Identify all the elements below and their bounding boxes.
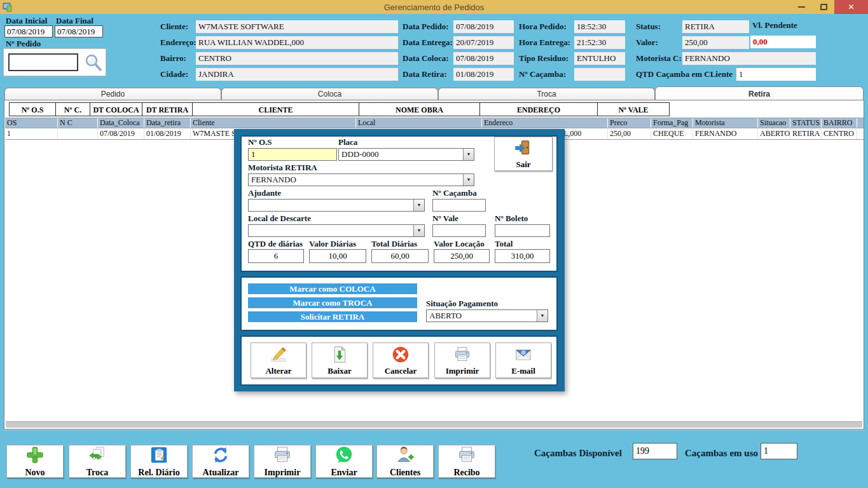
valor-locacao-input[interactable] (434, 249, 490, 263)
bairro-field[interactable] (196, 52, 398, 65)
marcar-troca-button[interactable]: Marcar como TROCA (248, 297, 417, 308)
troca-label: Troca (86, 468, 108, 477)
recibo-button[interactable]: Recibo (438, 445, 495, 478)
sair-button[interactable]: Sair (494, 137, 553, 171)
dialog-actions-section: Alterar Baixar Cancelar Imprimir @ E-mai… (240, 336, 558, 386)
exit-door-icon (514, 139, 532, 159)
clientes-button[interactable]: Clientes (376, 445, 434, 478)
cacambas-em-uso-field[interactable] (761, 443, 797, 459)
num-vale-input[interactable] (432, 224, 486, 237)
qtd-cacamba-cliente-field[interactable] (736, 68, 816, 81)
enviar-button[interactable]: Enviar (315, 445, 373, 478)
chevron-down-icon[interactable]: ▼ (463, 149, 474, 160)
imprimir-toolbar-button[interactable]: Imprimir (254, 445, 311, 478)
status-field[interactable] (682, 20, 749, 33)
horizontal-scrollbar[interactable] (6, 421, 862, 428)
cacambas-disponivel-label: Caçambas Disponível (534, 448, 622, 459)
tab-pedido[interactable]: Pedido (4, 88, 221, 100)
search-icon[interactable] (84, 53, 103, 72)
situacao-pagamento-label: Situação Pagamento (426, 299, 498, 309)
grid-column-header: BAIRRO (822, 118, 857, 128)
data-coloca-field[interactable] (453, 52, 514, 65)
valor-field[interactable] (682, 36, 749, 49)
table-cell[interactable] (58, 129, 98, 139)
cliente-field[interactable] (196, 20, 398, 33)
novo-button[interactable]: Novo (6, 445, 64, 478)
table-cell[interactable]: 250,00 (608, 129, 651, 139)
chevron-down-icon[interactable]: ▼ (463, 174, 474, 186)
data-entrega-field[interactable] (453, 36, 514, 49)
table-cell[interactable]: ABERTO (758, 129, 790, 139)
num-boleto-input[interactable] (495, 224, 550, 237)
data-inicial-input[interactable] (4, 25, 53, 37)
hora-entrega-field[interactable] (574, 36, 625, 49)
total-diarias-input[interactable] (371, 249, 429, 263)
table-cell[interactable]: 07/08/2019 (98, 129, 144, 139)
order-detail-dialog: Nº O.S Placa DDD-0000 ▼ Sair Motorista R… (234, 129, 565, 391)
valor-diarias-input[interactable] (309, 249, 366, 263)
situacao-pagamento-dropdown[interactable]: ABERTO ▼ (426, 309, 548, 322)
ajudante-dropdown[interactable]: ▼ (248, 199, 425, 212)
situacao-pagamento-value: ABERTO (427, 310, 537, 322)
printer-icon (273, 445, 292, 467)
motorista-c-label: Motorista C: (636, 53, 682, 64)
hora-pedido-field[interactable] (574, 20, 625, 33)
motorista-retira-value: FERNANDO (249, 174, 463, 186)
tab-retira[interactable]: Retira (655, 86, 864, 100)
data-final-input[interactable] (55, 25, 103, 37)
minimize-button[interactable] (790, 0, 813, 14)
table-cell[interactable]: 1 (5, 129, 58, 139)
dialog-os-input[interactable] (248, 148, 337, 161)
column-header: NOME OBRA (359, 102, 480, 116)
table-cell[interactable]: RETIRA (790, 129, 822, 139)
table-cell[interactable]: FERNANDO (693, 129, 758, 139)
baixar-button[interactable]: Baixar (312, 342, 368, 378)
rel-diario-button[interactable]: Rel. Diário (130, 445, 188, 478)
close-icon: ✕ (848, 3, 854, 11)
endereco-field[interactable] (196, 36, 398, 49)
marcar-coloca-button[interactable]: Marcar como COLOCA (248, 283, 417, 294)
troca-button[interactable]: Troca (69, 445, 126, 478)
table-cell[interactable]: CHEQUE (651, 129, 693, 139)
num-cacamba-field[interactable] (574, 68, 625, 81)
tab-coloca[interactable]: Coloca (221, 88, 438, 100)
chevron-down-icon[interactable]: ▼ (537, 310, 548, 322)
solicitar-retira-button[interactable]: Solicitar RETIRA (248, 311, 417, 322)
chevron-down-icon[interactable]: ▼ (413, 200, 424, 211)
pedido-search-input[interactable] (8, 53, 78, 71)
grid-column-header: Situacao (758, 118, 790, 128)
local-descarte-dropdown[interactable]: ▼ (248, 224, 425, 237)
dialog-fields-section: Nº O.S Placa DDD-0000 ▼ Sair Motorista R… (240, 135, 558, 272)
valor-label: Valor: (636, 37, 658, 48)
cidade-field[interactable] (196, 68, 398, 81)
data-retira-field[interactable] (453, 68, 514, 81)
imprimir-dialog-button[interactable]: Imprimir (434, 342, 490, 378)
motorista-retira-dropdown[interactable]: FERNANDO ▼ (248, 173, 474, 186)
placa-dropdown[interactable]: DDD-0000 ▼ (338, 148, 474, 161)
data-pedido-field[interactable] (453, 20, 514, 33)
close-button[interactable]: ✕ (834, 0, 868, 14)
motorista-c-field[interactable] (682, 52, 816, 65)
chevron-down-icon[interactable]: ▼ (413, 225, 424, 236)
dialog-num-cacamba-input[interactable] (432, 199, 486, 212)
table-cell[interactable]: CENTRO (822, 129, 857, 139)
cacambas-em-uso-label: Caçambas em uso (685, 448, 758, 459)
vl-pendente-field[interactable] (750, 36, 816, 48)
num-pedido-label: Nº Pedido (6, 39, 41, 49)
pencil-icon (270, 346, 287, 366)
tipo-residuo-field[interactable] (574, 52, 625, 65)
atualizar-button[interactable]: Atualizar (192, 445, 249, 478)
qtd-diarias-input[interactable] (248, 249, 304, 263)
column-header: Nº O.S (9, 102, 56, 116)
alterar-button[interactable]: Alterar (251, 342, 307, 378)
cancelar-button[interactable]: Cancelar (373, 342, 429, 378)
table-cell[interactable]: 01/08/2019 (144, 129, 191, 139)
cacambas-disponivel-field[interactable] (633, 443, 677, 459)
title-bar: Gerenciamento de Pedidos ✕ (0, 0, 868, 14)
maximize-button[interactable] (813, 0, 834, 14)
email-button[interactable]: @ E-mail (495, 342, 551, 378)
dialog-placa-label: Placa (338, 137, 357, 147)
dialog-total-input[interactable] (495, 249, 550, 263)
local-descarte-label: Local de Descarte (248, 214, 311, 224)
tab-troca[interactable]: Troca (438, 88, 655, 100)
